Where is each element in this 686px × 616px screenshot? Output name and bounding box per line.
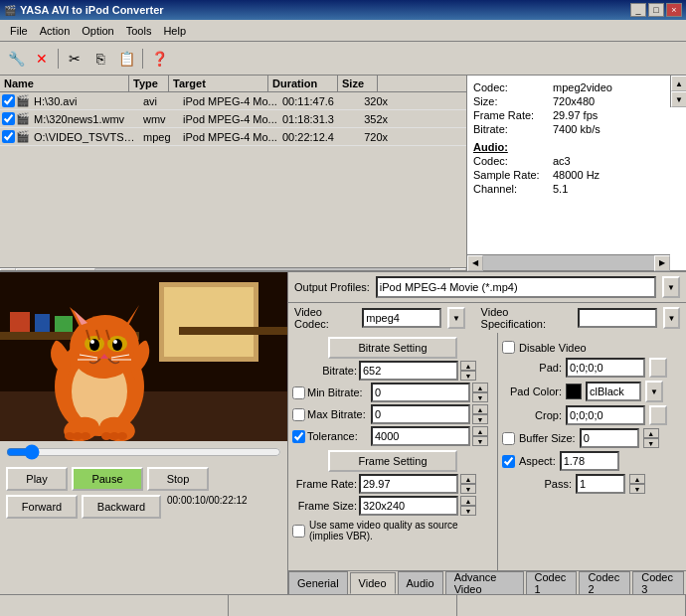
max-bitrate-input[interactable] xyxy=(371,404,470,424)
menu-option[interactable]: Option xyxy=(76,23,119,39)
copy-icon[interactable]: ⎘ xyxy=(88,47,112,71)
tolerance-down[interactable]: ▼ xyxy=(472,436,488,446)
framerate-down[interactable]: ▼ xyxy=(460,484,476,494)
info-scroll-right[interactable]: ▶ xyxy=(654,255,670,271)
bitrate-up-btn[interactable]: ▲ xyxy=(460,361,476,371)
row-checkbox-1[interactable] xyxy=(0,94,16,107)
help-icon[interactable]: ❓ xyxy=(147,47,171,71)
pad-color-input[interactable] xyxy=(586,382,641,401)
info-scroll-left[interactable]: ◀ xyxy=(467,255,483,271)
framesize-input[interactable] xyxy=(359,496,458,516)
table-row[interactable]: 🎬 M:\320news1.wmv wmv iPod MPEG-4 Mo... … xyxy=(0,110,466,128)
col-type[interactable]: Type xyxy=(129,76,169,91)
tab-codec1[interactable]: Codec 1 xyxy=(526,571,578,594)
pad-color-dropdown[interactable]: ▼ xyxy=(645,381,663,402)
pad-color-label: Pad Color: xyxy=(502,385,562,397)
col-name[interactable]: Name xyxy=(0,76,129,91)
pause-button[interactable]: Pause xyxy=(72,467,143,491)
stop-button[interactable]: Stop xyxy=(147,467,209,491)
pass-down[interactable]: ▼ xyxy=(629,484,645,494)
tab-advance-video[interactable]: Advance Video xyxy=(445,571,524,594)
frame-setting-btn[interactable]: Frame Setting xyxy=(328,450,457,472)
settings-icon[interactable]: 🔧 xyxy=(4,47,28,71)
table-row[interactable]: 🎬 O:\VIDEO_TSVTS_0... mpeg iPod MPEG-4 M… xyxy=(0,128,466,146)
paste-icon[interactable]: 📋 xyxy=(114,47,138,71)
tab-generial[interactable]: Generial xyxy=(288,571,348,594)
maximize-button[interactable]: □ xyxy=(648,3,664,17)
framesize-up[interactable]: ▲ xyxy=(460,496,476,506)
min-bitrate-down[interactable]: ▼ xyxy=(472,392,488,402)
menu-help[interactable]: Help xyxy=(157,23,192,39)
vscroll-up-btn[interactable]: ▲ xyxy=(671,76,686,91)
max-bitrate-down[interactable]: ▼ xyxy=(472,414,488,424)
framesize-down[interactable]: ▼ xyxy=(460,506,476,516)
min-bitrate-checkbox[interactable] xyxy=(292,386,305,399)
pass-up[interactable]: ▲ xyxy=(629,474,645,484)
menu-action[interactable]: Action xyxy=(34,23,77,39)
buffer-down[interactable]: ▼ xyxy=(643,438,659,448)
table-row[interactable]: 🎬 H:\30.avi avi iPod MPEG-4 Mo... 00:11:… xyxy=(0,92,466,110)
scroll-thumb[interactable] xyxy=(16,268,95,270)
play-button[interactable]: Play xyxy=(6,467,68,491)
min-bitrate-input[interactable] xyxy=(371,383,470,402)
bitrate-setting-btn[interactable]: Bitrate Setting xyxy=(328,337,457,359)
buffer-up[interactable]: ▲ xyxy=(643,428,659,438)
pass-input[interactable] xyxy=(576,474,625,494)
scroll-left-btn[interactable]: ◀ xyxy=(0,268,16,271)
video-codec-dropdown[interactable]: ▼ xyxy=(447,307,464,329)
menu-file[interactable]: File xyxy=(4,23,34,39)
info-scroll-track[interactable] xyxy=(483,255,654,270)
bitrate-input[interactable] xyxy=(359,361,458,381)
row-type-2: wmv xyxy=(141,113,181,125)
delete-icon[interactable]: ✕ xyxy=(30,47,54,71)
tab-codec2[interactable]: Codec 2 xyxy=(579,571,630,594)
scroll-track[interactable] xyxy=(16,268,450,270)
scroll-right-btn[interactable]: ▶ xyxy=(450,268,466,271)
forward-button[interactable]: Forward xyxy=(6,495,78,519)
framerate-input[interactable] xyxy=(359,474,458,494)
crop-picker-btn[interactable] xyxy=(649,405,667,425)
progress-slider[interactable] xyxy=(6,445,281,459)
framerate-up[interactable]: ▲ xyxy=(460,474,476,484)
backward-button[interactable]: Backward xyxy=(82,495,161,519)
tab-video[interactable]: Video xyxy=(350,572,396,594)
col-duration[interactable]: Duration xyxy=(268,76,338,91)
close-button[interactable]: × xyxy=(666,3,682,17)
buffer-row: Buffer Size: ▲ ▼ xyxy=(502,428,682,448)
bitrate-down-btn[interactable]: ▼ xyxy=(460,371,476,381)
disable-video-row: Disable Video xyxy=(502,341,682,354)
disable-video-checkbox[interactable] xyxy=(502,341,515,354)
crop-input[interactable] xyxy=(566,405,645,425)
col-size[interactable]: Size xyxy=(338,76,378,91)
video-codec-input[interactable] xyxy=(362,308,441,328)
pad-picker-btn[interactable] xyxy=(649,358,667,378)
max-bitrate-up[interactable]: ▲ xyxy=(472,404,488,414)
output-profiles-input[interactable] xyxy=(376,276,656,298)
minimize-button[interactable]: _ xyxy=(630,3,646,17)
tab-codec3[interactable]: Codec 3 xyxy=(632,571,684,594)
min-bitrate-up[interactable]: ▲ xyxy=(472,383,488,392)
row-checkbox-2[interactable] xyxy=(0,112,16,125)
buffer-input[interactable] xyxy=(580,428,639,448)
aspect-checkbox[interactable] xyxy=(502,455,515,468)
row-checkbox-3[interactable] xyxy=(0,130,16,143)
tab-audio[interactable]: Audio xyxy=(398,571,443,594)
buffer-checkbox[interactable] xyxy=(502,432,515,445)
tolerance-checkbox[interactable] xyxy=(292,430,305,443)
col-target[interactable]: Target xyxy=(169,76,268,91)
info-vscroll[interactable]: ▲ ▼ xyxy=(670,76,686,107)
cut-icon[interactable]: ✂ xyxy=(63,47,86,71)
info-hscroll[interactable]: ◀ ▶ xyxy=(467,254,670,270)
menu-tools[interactable]: Tools xyxy=(120,23,158,39)
max-bitrate-checkbox[interactable] xyxy=(292,408,305,421)
video-spec-input[interactable] xyxy=(578,308,657,328)
vscroll-down-btn[interactable]: ▼ xyxy=(671,91,686,107)
vbr-checkbox[interactable] xyxy=(292,525,305,538)
video-spec-dropdown[interactable]: ▼ xyxy=(663,307,680,329)
output-profiles-dropdown[interactable]: ▼ xyxy=(662,276,680,298)
tolerance-input[interactable] xyxy=(371,426,470,446)
aspect-input[interactable] xyxy=(560,451,619,471)
file-list-hscroll[interactable]: ◀ ▶ xyxy=(0,267,466,270)
pad-input[interactable] xyxy=(566,358,645,378)
tolerance-up[interactable]: ▲ xyxy=(472,426,488,436)
